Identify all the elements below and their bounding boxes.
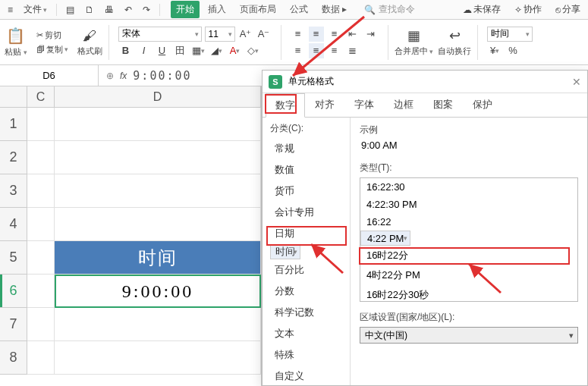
copy-button[interactable]: 🗐复制 <box>35 43 70 56</box>
print-icon[interactable]: 🖶 <box>102 3 117 17</box>
type-option-5[interactable]: 4时22分 PM <box>360 265 577 285</box>
merge-cells-button[interactable]: ▦ 合并居中 <box>395 27 434 57</box>
align-bottom-icon[interactable]: ≡ <box>327 27 342 42</box>
cell-d6-active[interactable]: 9:00:00 <box>55 275 261 308</box>
row-header-5[interactable]: 5 <box>0 241 27 275</box>
cell-d4[interactable] <box>55 208 261 241</box>
type-option-2[interactable]: 16:22 <box>360 213 577 231</box>
increase-font-icon[interactable]: A⁺ <box>238 27 253 42</box>
dialog-tab-border[interactable]: 边框 <box>384 93 423 117</box>
cell-reference-box[interactable]: D6 <box>0 65 99 86</box>
cell-c2[interactable] <box>27 141 55 174</box>
category-text[interactable]: 文本 <box>270 323 350 344</box>
cell-d7[interactable] <box>55 308 261 341</box>
command-search[interactable]: 🔍 查找命令 <box>364 3 415 16</box>
cell-c7[interactable] <box>27 308 55 341</box>
effects-button[interactable]: ◇ <box>246 43 261 58</box>
zoom-icon[interactable]: ⊕ <box>106 71 114 81</box>
collab-button[interactable]: ✧ 协作 <box>511 2 545 17</box>
currency-button[interactable]: ¥ <box>487 43 502 58</box>
type-option-1[interactable]: 4:22:30 PM <box>360 196 577 213</box>
type-option-0[interactable]: 16:22:30 <box>360 178 577 196</box>
row-header-7[interactable]: 7 <box>0 308 27 341</box>
dialog-tab-pattern[interactable]: 图案 <box>423 93 463 117</box>
number-format-select[interactable]: 时间 <box>487 27 533 42</box>
wrap-text-button[interactable]: ↩ 自动换行 <box>438 27 471 57</box>
strike-button[interactable]: 田 <box>173 43 188 58</box>
undo-icon[interactable]: ↶ <box>121 3 135 17</box>
row-header-3[interactable]: 3 <box>0 174 27 208</box>
indent-right-icon[interactable]: ⇥ <box>363 27 379 42</box>
tab-insert[interactable]: 插入 <box>203 1 231 18</box>
dialog-tab-protect[interactable]: 保护 <box>463 93 502 117</box>
font-family-select[interactable]: 宋体 <box>118 27 202 42</box>
spreadsheet-grid[interactable]: C D 1 2 3 4 5时间 69:00:00 7 8 <box>0 86 262 386</box>
category-scientific[interactable]: 科学记数 <box>270 302 350 323</box>
cut-button[interactable]: ✂剪切 <box>35 29 70 42</box>
row-header-8[interactable]: 8 <box>0 341 27 375</box>
justify-icon[interactable]: ≣ <box>345 43 360 58</box>
cell-d5[interactable]: 时间 <box>55 241 261 275</box>
print-preview-icon[interactable]: 🗋 <box>82 3 97 17</box>
align-top-icon[interactable]: ≡ <box>291 27 306 42</box>
save-icon[interactable]: ▤ <box>63 3 77 17</box>
unsaved-indicator[interactable]: ☁ 未保存 <box>460 2 504 17</box>
align-center-icon[interactable]: ≡ <box>309 43 324 58</box>
locale-select[interactable]: 中文(中国) <box>360 327 578 344</box>
font-color-button[interactable]: A <box>228 43 243 58</box>
tab-formula[interactable]: 公式 <box>285 1 313 18</box>
cell-d2[interactable] <box>55 141 261 174</box>
formula-input[interactable]: 9:00:00 <box>133 69 191 83</box>
tab-page-layout[interactable]: 页面布局 <box>234 1 281 18</box>
row-header-2[interactable]: 2 <box>0 141 27 174</box>
category-percent[interactable]: 百分比 <box>270 259 350 281</box>
row-header-4[interactable]: 4 <box>0 208 27 241</box>
col-header-c[interactable]: C <box>27 86 55 108</box>
cell-c3[interactable] <box>27 174 55 208</box>
redo-icon[interactable]: ↷ <box>140 3 153 17</box>
cell-d1[interactable] <box>55 108 261 141</box>
category-number[interactable]: 数值 <box>270 159 350 180</box>
dialog-tab-align[interactable]: 对齐 <box>305 93 344 117</box>
dialog-tab-font[interactable]: 字体 <box>344 93 384 117</box>
fx-label[interactable]: fx <box>120 71 127 81</box>
border-button[interactable]: ▦ <box>191 43 206 58</box>
category-currency[interactable]: 货币 <box>270 180 350 202</box>
underline-button[interactable]: U <box>155 43 170 58</box>
close-icon[interactable]: ✕ <box>572 76 581 88</box>
dialog-tab-number[interactable]: 数字 <box>266 93 305 118</box>
category-accounting[interactable]: 会计专用 <box>270 202 350 223</box>
decrease-font-icon[interactable]: A⁻ <box>256 27 272 42</box>
row-header-1[interactable]: 1 <box>0 108 27 141</box>
dialog-titlebar[interactable]: S 单元格格式 ✕ <box>263 71 587 93</box>
type-list[interactable]: 16:22:30 4:22:30 PM 16:22 4:22 PM 16时22分… <box>360 177 578 302</box>
bold-button[interactable]: B <box>118 43 134 58</box>
percent-button[interactable]: % <box>505 43 520 58</box>
category-custom[interactable]: 自定义 <box>270 366 350 386</box>
category-general[interactable]: 常规 <box>270 138 350 159</box>
cell-c8[interactable] <box>27 341 55 375</box>
type-option-4[interactable]: 16时22分 <box>360 246 577 265</box>
select-all-corner[interactable] <box>0 86 27 108</box>
category-fraction[interactable]: 分数 <box>270 281 350 302</box>
file-menu[interactable]: 文件 <box>20 2 50 17</box>
cell-c5[interactable] <box>27 241 55 275</box>
category-special[interactable]: 特殊 <box>270 344 350 366</box>
align-left-icon[interactable]: ≡ <box>291 43 306 58</box>
type-option-3[interactable]: 4:22 PM <box>360 231 410 246</box>
cell-c1[interactable] <box>27 108 55 141</box>
list-icon[interactable]: ≡ <box>5 3 16 17</box>
indent-left-icon[interactable]: ⇤ <box>345 27 360 42</box>
cell-d3[interactable] <box>55 174 261 208</box>
type-option-6[interactable]: 16时22分30秒 <box>360 285 577 302</box>
col-header-d[interactable]: D <box>55 86 261 108</box>
category-time[interactable]: 时间 <box>270 244 300 259</box>
tab-data[interactable]: 数据 ▸ <box>316 1 352 18</box>
cell-c4[interactable] <box>27 208 55 241</box>
row-header-6[interactable]: 6 <box>0 275 27 308</box>
align-middle-icon[interactable]: ≡ <box>309 27 324 42</box>
align-right-icon[interactable]: ≡ <box>327 43 342 58</box>
category-list[interactable]: 常规 数值 货币 会计专用 日期 时间 百分比 分数 科学记数 文本 特殊 自定… <box>270 138 350 386</box>
fill-color-button[interactable]: ◢ <box>209 43 225 58</box>
share-button[interactable]: ⎋ 分享 <box>552 2 583 17</box>
